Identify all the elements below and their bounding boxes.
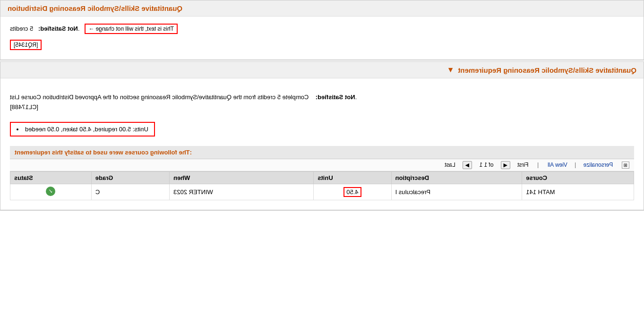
- next-page-button[interactable]: ▶: [463, 161, 472, 169]
- col-course: Course: [522, 171, 634, 184]
- not-satisfied-label-1: Not Satisfied:: [38, 25, 78, 32]
- cell-units: 4.50: [314, 184, 391, 200]
- grid-icon: ⊞: [622, 162, 629, 169]
- col-description: Description: [391, 171, 522, 184]
- requirement-description: Not Satisfied: Complete 5 credits from t…: [10, 93, 634, 112]
- personalize-link[interactable]: Personalize: [584, 162, 613, 168]
- status-satisfied-icon: [46, 187, 55, 196]
- courses-table-section: The following courses were used to satis…: [10, 146, 634, 200]
- separator-2: |: [575, 162, 576, 168]
- page-info: 1 of 1: [479, 162, 493, 168]
- cell-when: WINTER 2023: [169, 184, 313, 200]
- requirement-title: Quantitative Skills\Symbolic Reasoning R…: [458, 66, 636, 74]
- col-status: Status: [10, 171, 92, 184]
- view-all-link[interactable]: View All: [548, 162, 567, 168]
- following-courses-header: The following courses were used to satis…: [10, 146, 634, 159]
- col-units: Units: [314, 171, 391, 184]
- distribution-section: Quantitative Skills\Symbolic Reasoning D…: [0, 0, 644, 60]
- units-text: Units: 5.00 required, 4.50 taken, 0.50 n…: [17, 126, 148, 133]
- col-when: When: [169, 171, 313, 184]
- units-box: Units: 5.00 required, 4.50 taken, 0.50 n…: [10, 122, 155, 137]
- collapse-arrow-icon: ▼: [447, 66, 455, 74]
- cell-description: Precalculus I: [391, 184, 522, 200]
- cell-course: MATH 141: [522, 184, 634, 200]
- requirement-header[interactable]: ▼ Quantitative Skills\Symbolic Reasoning…: [0, 62, 644, 78]
- requirement-course-id: [CL17488]: [10, 103, 38, 111]
- following-courses-text: The following courses were used to satis…: [15, 149, 192, 156]
- pagination-bar: Last ▶ 1 of 1 ◀ First | View All | Perso…: [10, 159, 634, 171]
- prev-page-button[interactable]: ◀: [501, 161, 510, 169]
- courses-table: Status Grade When Units Description Cour…: [10, 171, 634, 200]
- last-label: Last: [445, 162, 455, 168]
- not-satisfied-label-2: Not Satisfied:: [316, 94, 355, 101]
- requirement-section: ▼ Quantitative Skills\Symbolic Reasoning…: [0, 61, 644, 211]
- course-id-1: [RQ1345]: [10, 40, 42, 50]
- requirement-content: Not Satisfied: Complete 5 credits from t…: [0, 78, 644, 210]
- units-cell-value: 4.50: [343, 187, 361, 197]
- cell-grade: C: [91, 184, 169, 200]
- table-row: C WINTER 2023 4.50 Precalculus I MATH 14…: [10, 184, 634, 200]
- separator-1: |: [537, 162, 539, 168]
- distribution-title: Quantitative Skills\Symbolic Reasoning D…: [8, 4, 182, 12]
- cell-status: [10, 184, 92, 200]
- red-box-text-1: → This is text, this will not change: [85, 24, 178, 34]
- first-label: First: [517, 162, 528, 168]
- distribution-status-line: Not Satisfied: 5 credits. → This is text…: [10, 24, 634, 34]
- distribution-header: Quantitative Skills\Symbolic Reasoning D…: [0, 0, 644, 17]
- requirement-desc-text: Complete 5 credits from the Quantitative…: [10, 94, 357, 101]
- table-header-row: Status Grade When Units Description Cour…: [10, 171, 634, 184]
- col-grade: Grade: [91, 171, 169, 184]
- distribution-content: Not Satisfied: 5 credits. → This is text…: [0, 17, 644, 60]
